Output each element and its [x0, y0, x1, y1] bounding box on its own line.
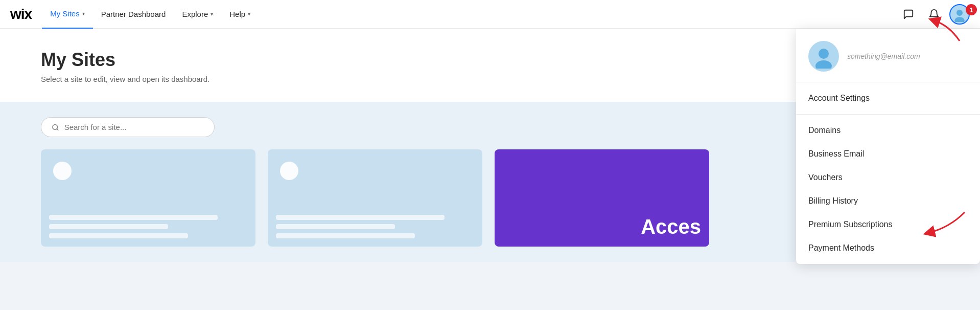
chat-icon [903, 9, 914, 20]
dropdown-item-premium-subscriptions[interactable]: Premium Subscriptions 2 [796, 213, 980, 236]
explore-chevron-icon: ▾ [211, 11, 213, 17]
search-icon [52, 123, 59, 131]
dropdown-item-billing-history[interactable]: Billing History [796, 189, 980, 213]
dropdown-section-account: Account Settings [796, 82, 980, 115]
nav-partner-dashboard[interactable]: Partner Dashboard [93, 0, 174, 29]
avatar-icon [952, 7, 967, 22]
header-right-actions [898, 4, 970, 25]
dropdown-item-business-email[interactable]: Business Email [796, 142, 980, 166]
page-subtitle: Select a site to edit, view and open its… [41, 75, 209, 83]
svg-point-6 [819, 49, 829, 59]
site-card-2-circle [280, 162, 298, 180]
dropdown-item-vouchers[interactable]: Vouchers [796, 166, 980, 189]
search-bar[interactable] [41, 117, 215, 137]
page-content: My Sites Select a site to edit, view and… [41, 49, 209, 83]
nav-my-sites[interactable]: My Sites ▾ [42, 0, 93, 29]
accent-card-text: Acces [641, 215, 701, 238]
site-card-1-line-bottom [49, 233, 188, 238]
bell-icon [928, 9, 940, 20]
main-header: wix My Sites ▾ Partner Dashboard Explore… [0, 0, 980, 29]
main-nav: My Sites ▾ Partner Dashboard Explore ▾ H… [42, 0, 259, 28]
site-card-2-line-short [276, 224, 395, 229]
dropdown-section-services: Domains Business Email Vouchers Billing … [796, 115, 980, 264]
notification-bell-button[interactable] [924, 4, 944, 25]
dropdown-avatar-icon [811, 44, 836, 69]
dropdown-item-domains[interactable]: Domains [796, 119, 980, 142]
svg-point-7 [815, 60, 832, 69]
dropdown-avatar [808, 41, 839, 72]
page-title: My Sites [41, 49, 209, 71]
dropdown-email: something@email.com [847, 52, 920, 60]
dropdown-item-account-settings[interactable]: Account Settings [796, 86, 980, 110]
site-card-1[interactable] [41, 149, 255, 247]
site-card-1-line-short [49, 224, 168, 229]
dropdown-item-payment-methods[interactable]: Payment Methods [796, 236, 980, 260]
help-chevron-icon: ▾ [248, 11, 250, 17]
user-dropdown-menu: something@email.com Account Settings Dom… [796, 29, 980, 264]
site-card-2[interactable] [268, 149, 482, 247]
svg-point-0 [956, 10, 963, 16]
site-card-2-line-long [276, 215, 445, 220]
nav-help[interactable]: Help ▾ [221, 0, 259, 29]
nav-explore[interactable]: Explore ▾ [174, 0, 221, 29]
search-input[interactable] [64, 123, 204, 131]
my-sites-chevron-icon: ▾ [82, 11, 85, 16]
site-card-1-circle [53, 162, 72, 180]
site-card-accent[interactable]: Acces [495, 149, 709, 247]
site-card-1-line-long [49, 215, 218, 220]
chat-icon-button[interactable] [898, 4, 919, 25]
dropdown-user-section: something@email.com [796, 29, 980, 82]
svg-point-1 [954, 17, 965, 22]
wix-logo: wix [10, 6, 32, 23]
site-card-2-line-bottom [276, 233, 415, 238]
badge-1: 1 [966, 4, 977, 15]
svg-line-5 [57, 128, 58, 130]
